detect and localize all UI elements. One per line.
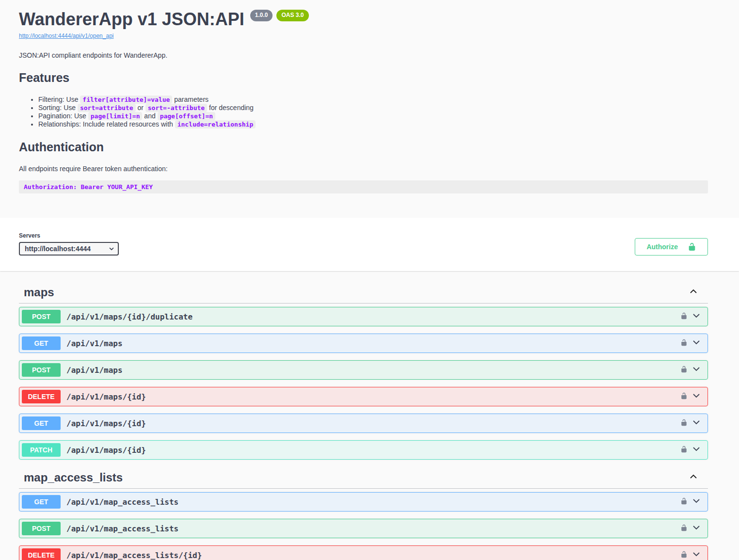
lock-icon[interactable] [680, 446, 688, 454]
oas-badge: OAS 3.0 [276, 10, 308, 21]
lock-icon[interactable] [680, 392, 688, 401]
endpoint-path: /api/v1/maps/{id}/duplicate [66, 312, 680, 321]
auth-code: Authorization: Bearer YOUR_API_KEY [24, 183, 153, 191]
chevron-down-icon[interactable] [691, 496, 701, 508]
tag-section: maps POST /api/v1/maps/{id}/duplicate GE… [19, 282, 708, 460]
endpoint-row[interactable]: DELETE /api/v1/maps/{id} [19, 387, 708, 406]
title-row: WandererApp v1 JSON:API 1.0.0 OAS 3.0 [19, 9, 708, 30]
feature-item: Relationships: Include related resources… [38, 120, 708, 128]
endpoint-path: /api/v1/maps [66, 366, 680, 375]
features-heading: Features [19, 71, 708, 85]
auth-code-block: Authorization: Bearer YOUR_API_KEY [19, 180, 708, 193]
lock-icon[interactable] [680, 366, 688, 374]
servers-select[interactable]: http://localhost:4444 [19, 242, 119, 256]
method-badge: POST [22, 363, 61, 377]
method-badge: PATCH [22, 443, 61, 457]
tag-section-header[interactable]: map_access_lists [19, 467, 708, 489]
method-badge: POST [22, 522, 61, 535]
endpoint-path: /api/v1/maps/{id} [66, 419, 680, 428]
method-badge: DELETE [22, 390, 61, 403]
spec-url-link[interactable]: http://localhost:4444/api/v1/open_api [19, 32, 113, 39]
inline-code: filter[attribute]=value [80, 96, 172, 104]
chevron-up-icon[interactable] [689, 287, 698, 298]
page-title: WandererApp v1 JSON:API [19, 9, 244, 30]
authorize-button[interactable]: Authorize [635, 238, 708, 256]
lock-icon[interactable] [680, 339, 688, 348]
title-badges: 1.0.0 OAS 3.0 [250, 10, 309, 21]
chevron-down-icon[interactable] [691, 549, 701, 560]
chevron-down-icon[interactable] [691, 391, 701, 402]
version-badge: 1.0.0 [250, 10, 273, 21]
inline-code: sort=-attribute [145, 104, 207, 112]
endpoint-row[interactable]: POST /api/v1/map_access_lists [19, 519, 708, 538]
method-badge: GET [22, 495, 61, 509]
endpoint-path: /api/v1/map_access_lists [66, 497, 680, 507]
method-badge: GET [22, 416, 61, 430]
lock-icon[interactable] [680, 524, 688, 533]
endpoint-row[interactable]: GET /api/v1/maps/{id} [19, 414, 708, 433]
method-badge: POST [22, 310, 61, 323]
endpoint-row[interactable]: GET /api/v1/map_access_lists [19, 492, 708, 512]
lock-icon[interactable] [680, 312, 688, 321]
feature-item: Sorting: Use sort=attribute or sort=-att… [38, 104, 708, 112]
chevron-down-icon[interactable] [691, 364, 701, 376]
lock-icon[interactable] [680, 497, 688, 506]
endpoint-row[interactable]: POST /api/v1/maps [19, 360, 708, 380]
endpoint-path: /api/v1/map_access_lists/{id} [66, 551, 680, 560]
inline-code: include=relationship [175, 120, 256, 128]
chevron-down-icon[interactable] [691, 417, 701, 429]
endpoint-path: /api/v1/maps/{id} [66, 392, 680, 401]
endpoint-path: /api/v1/maps [66, 339, 680, 348]
api-description: JSON:API compliant endpoints for Wandere… [19, 51, 708, 59]
authentication-text: All endpoints require Bearer token authe… [19, 165, 708, 173]
authorize-button-label: Authorize [646, 243, 678, 251]
chevron-down-icon[interactable] [691, 523, 701, 534]
tag-section: map_access_lists GET /api/v1/map_access_… [19, 467, 708, 560]
features-list: Filtering: Use filter[attribute]=value p… [19, 96, 708, 128]
authentication-heading: Authentication [19, 140, 708, 154]
inline-code: sort=attribute [78, 104, 136, 112]
chevron-down-icon[interactable] [691, 337, 701, 349]
lock-icon[interactable] [680, 419, 688, 428]
endpoint-row[interactable]: POST /api/v1/maps/{id}/duplicate [19, 307, 708, 326]
endpoint-row[interactable]: GET /api/v1/maps [19, 334, 708, 353]
method-badge: GET [22, 336, 61, 350]
endpoint-row[interactable]: PATCH /api/v1/maps/{id} [19, 440, 708, 460]
inline-code: page[limit]=n [88, 112, 143, 120]
feature-item: Filtering: Use filter[attribute]=value p… [38, 96, 708, 104]
servers-block: Servers http://localhost:4444 [19, 232, 119, 256]
chevron-up-icon[interactable] [689, 472, 698, 483]
section-operations: GET /api/v1/map_access_lists POST /api/v… [19, 492, 708, 560]
info-section: WandererApp v1 JSON:API 1.0.0 OAS 3.0 ht… [0, 0, 739, 218]
servers-label: Servers [19, 232, 119, 239]
section-operations: POST /api/v1/maps/{id}/duplicate GET /ap… [19, 306, 708, 460]
unlocked-padlock-icon [688, 242, 696, 251]
operations: maps POST /api/v1/maps/{id}/duplicate GE… [19, 271, 708, 560]
scheme-container: Servers http://localhost:4444 Authorize [0, 218, 739, 271]
section-title: map_access_lists [24, 471, 123, 484]
chevron-down-icon[interactable] [691, 444, 701, 456]
inline-code: page[offset]=n [158, 112, 216, 120]
feature-item: Pagination: Use page[limit]=n and page[o… [38, 112, 708, 120]
endpoint-path: /api/v1/map_access_lists [66, 524, 680, 533]
endpoint-row[interactable]: DELETE /api/v1/map_access_lists/{id} [19, 545, 708, 560]
tag-section-header[interactable]: maps [19, 282, 708, 304]
method-badge: DELETE [22, 548, 61, 560]
chevron-down-icon[interactable] [691, 311, 701, 322]
lock-icon[interactable] [680, 551, 688, 560]
endpoint-path: /api/v1/maps/{id} [66, 446, 680, 455]
section-title: maps [24, 286, 54, 299]
